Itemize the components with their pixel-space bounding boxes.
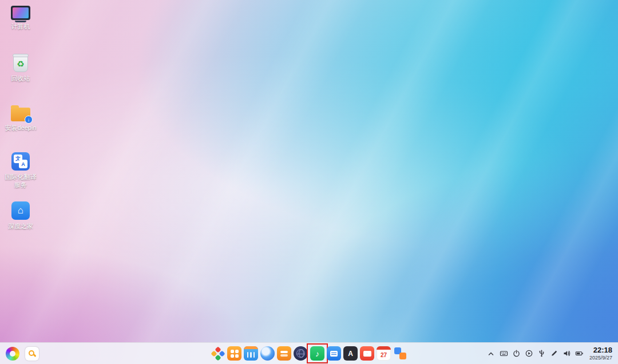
dock-app-extensions[interactable] — [393, 346, 408, 361]
home-icon: ⌂ — [11, 201, 30, 220]
tray-power-icon[interactable] — [512, 349, 521, 358]
desktop-icon-i18n-translation[interactable]: 文 A 国际化翻译服务 — [2, 152, 39, 189]
launcher-icon[interactable] — [6, 347, 19, 361]
tray-usb-icon[interactable] — [537, 349, 546, 358]
tray-battery-icon[interactable] — [575, 349, 584, 358]
dock-app-launcher[interactable] — [210, 346, 225, 361]
tray-expand-chevron-icon[interactable] — [487, 349, 496, 358]
music-icon: ♪ — [310, 346, 324, 361]
globe-icon — [294, 346, 308, 361]
file-manager-icon — [277, 346, 291, 361]
search-icon — [29, 350, 34, 356]
control-center-icon — [327, 346, 341, 361]
system-tray: 22:18 2025/9/27 — [487, 346, 618, 361]
computer-icon — [11, 6, 30, 20]
desktop-icon-computer[interactable]: 计算机 — [2, 6, 39, 30]
dock-app-mail[interactable] — [359, 346, 375, 361]
translate-en-glyph: A — [19, 160, 27, 168]
clock-time: 22:18 — [593, 346, 612, 355]
dock-app-community[interactable] — [293, 346, 308, 361]
taskbar-left — [0, 347, 39, 361]
browser-icon — [260, 346, 275, 361]
text-editor-icon: A — [343, 346, 358, 361]
tray-keyboard-icon[interactable] — [500, 349, 508, 358]
desktop-icon-install-deepin[interactable]: ↓ 安装deepin — [2, 103, 39, 132]
dock-app-browser[interactable] — [260, 346, 275, 361]
download-icon: ↓ — [25, 116, 33, 124]
tray-pen-input-icon[interactable] — [550, 349, 558, 358]
dock-app-text-editor[interactable]: A — [343, 346, 358, 361]
mail-icon — [360, 346, 374, 361]
desktop-icon-label: 计算机 — [11, 22, 30, 30]
dock-app-calendar[interactable]: 27 — [376, 346, 391, 361]
taskbar-clock[interactable]: 22:18 2025/9/27 — [589, 346, 612, 361]
dock-app-control-center[interactable] — [326, 346, 342, 361]
desktop-icon-trash[interactable]: ♻ 回收站 — [2, 54, 39, 82]
recycle-icon: ♻ — [17, 60, 24, 68]
dock-app-store[interactable] — [227, 346, 242, 361]
calendar-day: 27 — [381, 350, 387, 361]
pinwheel-icon — [211, 346, 225, 361]
dock-apps: ♪ A 27 — [210, 346, 408, 361]
clock-date: 2025/9/27 — [589, 355, 612, 361]
tray-play-icon[interactable] — [525, 349, 533, 358]
taskbar: ♪ A 27 — [0, 342, 618, 364]
tray-volume-icon[interactable] — [562, 349, 571, 358]
desktop-wallpaper — [0, 0, 618, 364]
folder-icon: ↓ — [11, 108, 30, 121]
desktop-icon-label: 回收站 — [11, 74, 30, 82]
dock-app-file-manager[interactable] — [276, 346, 292, 361]
desktop-icon-deepin-home[interactable]: ⌂ 深度之家 — [2, 201, 39, 230]
app-store-icon — [227, 346, 241, 361]
calendar-icon: 27 — [377, 346, 391, 361]
desktop-icon-label: 国际化翻译服务 — [2, 173, 39, 189]
trash-icon: ♻ — [13, 56, 28, 72]
puzzle-icon — [393, 346, 407, 361]
grand-search-button[interactable] — [25, 347, 39, 361]
package-icon — [244, 346, 258, 361]
desktop-icon-label: 深度之家 — [8, 222, 33, 230]
translation-icon: 文 A — [11, 152, 30, 171]
dock-app-music[interactable]: ♪ — [310, 346, 325, 361]
desktop-icon-label: 安装deepin — [5, 124, 36, 132]
dock-app-software-package[interactable] — [243, 346, 259, 361]
